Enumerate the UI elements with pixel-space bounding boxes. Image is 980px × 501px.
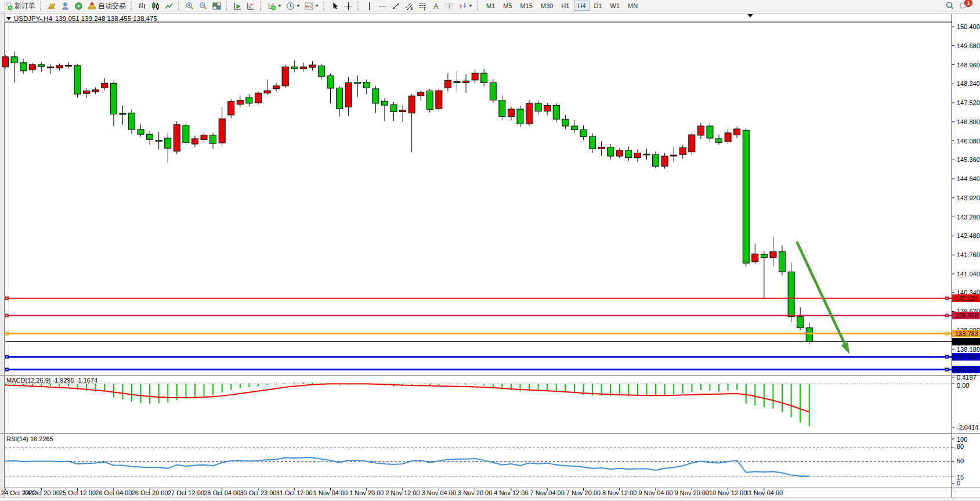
dropdown-caret-icon — [278, 5, 281, 7]
price-tick-label: 141.760 — [957, 251, 980, 258]
arrows-button[interactable] — [457, 0, 474, 12]
toolbar: 新订单自动交易EFATM1M5M15M30H1H4D1W1MN1 — [0, 0, 980, 12]
candle-body — [679, 147, 686, 154]
channel-button[interactable]: E — [403, 0, 415, 12]
time-tick-label: 8 Nov 12:00 — [602, 489, 637, 496]
time-tick-label: 7 Nov 20:00 — [566, 489, 601, 496]
macd-scale-zero: 0.00 — [957, 382, 969, 389]
time-tick-label: 3 Nov 04:00 — [422, 489, 456, 496]
timeframe-h4-button[interactable]: H4 — [574, 1, 589, 11]
hline-button[interactable] — [377, 0, 389, 12]
price-tick-label: 141.040 — [957, 271, 980, 277]
tile-windows-button[interactable] — [211, 0, 223, 12]
candle-body — [436, 91, 442, 109]
time-tick-label: 31 Oct 12:00 — [276, 489, 313, 496]
label-button[interactable]: T — [443, 0, 455, 12]
market-watch-button[interactable] — [46, 0, 58, 12]
zoom-in-button[interactable] — [184, 0, 196, 12]
svg-text:T: T — [448, 3, 451, 9]
macd-histogram-bar — [104, 384, 105, 391]
macd-histogram-bar — [628, 384, 629, 396]
candle-body — [734, 129, 740, 135]
text-button[interactable]: A — [430, 0, 442, 12]
macd-histogram-bar — [149, 384, 150, 403]
candle-body — [309, 65, 316, 67]
fibonacci-button[interactable]: F — [417, 0, 429, 12]
macd-histogram-bar — [41, 384, 42, 386]
collapse-triangle-icon[interactable] — [6, 17, 11, 20]
macd-histogram-bar — [483, 384, 484, 385]
macd-histogram-bar — [673, 384, 674, 394]
candle-body — [517, 109, 523, 124]
price-tick-label: 145.360 — [957, 156, 980, 163]
time-tick-label: 27 Oct 12:00 — [168, 489, 204, 496]
candle-body — [282, 67, 288, 86]
signals-button[interactable] — [73, 0, 85, 12]
macd-histogram-bar — [764, 384, 765, 407]
vline-button[interactable] — [363, 0, 375, 12]
trendline-button[interactable] — [390, 0, 402, 12]
candle-body — [643, 154, 650, 155]
zoom-out-button[interactable] — [197, 0, 209, 12]
timeframe-m15-button[interactable]: M15 — [517, 1, 536, 11]
candle-body — [38, 64, 45, 66]
chart-area: 150.400149.680148.960148.240147.520146.8… — [0, 0, 980, 501]
macd-histogram-bar — [772, 384, 773, 408]
timeframe-d1-button[interactable]: D1 — [591, 1, 606, 11]
candle-body — [191, 139, 198, 144]
time-tick-label: 9 Nov 20:00 — [675, 489, 709, 496]
bar-chart-button[interactable] — [136, 0, 149, 12]
autotrading-button[interactable]: 自动交易 — [86, 0, 128, 12]
chart-shift-button[interactable] — [245, 0, 257, 12]
timeframe-m5-button[interactable]: M5 — [500, 1, 515, 11]
cursor-button[interactable] — [329, 0, 341, 12]
candle-body — [156, 140, 162, 142]
candle-body — [147, 134, 153, 139]
time-tick-label: 24 Oct 20:00 — [23, 489, 60, 496]
vline-icon — [365, 2, 374, 10]
timeframe-m30-button[interactable]: M30 — [537, 1, 556, 11]
candle-chart-button[interactable] — [150, 0, 162, 12]
rsi-scale-label: 50 — [957, 457, 964, 464]
macd-histogram-bar — [809, 384, 810, 426]
macd-name: MACD(12,26,9) — [6, 377, 50, 384]
candle-body — [580, 129, 587, 136]
timeframe-mn-button[interactable]: MN — [624, 1, 641, 11]
macd-histogram-bar — [32, 384, 33, 386]
time-tick-label: 1 Nov 04:00 — [313, 489, 348, 496]
time-tick-label: 26 Oct 04:00 — [95, 489, 132, 496]
macd-histogram-bar — [700, 384, 701, 390]
macd-histogram-bar — [529, 384, 530, 390]
templates-button[interactable] — [303, 0, 320, 12]
level-price-label: 137.902 — [955, 354, 978, 361]
crosshair-button[interactable] — [342, 0, 355, 12]
new-order-button[interactable]: 新订单 — [2, 0, 37, 12]
timeframe-w1-button[interactable]: W1 — [607, 1, 624, 11]
macd-histogram-bar — [294, 383, 295, 384]
candle-body — [128, 113, 135, 129]
candle-body — [183, 125, 189, 143]
line-chart-button[interactable] — [163, 0, 175, 12]
chat-button[interactable]: 1 — [957, 0, 974, 12]
candle-body — [426, 91, 433, 110]
auto-scroll-button[interactable] — [232, 0, 244, 12]
chart-plus-icon — [267, 2, 276, 10]
chat-badge: 1 — [964, 0, 972, 7]
signal-icon — [74, 2, 83, 10]
macd-histogram-bar — [646, 384, 647, 395]
price-tick-label: 149.680 — [957, 42, 980, 49]
macd-histogram-bar — [664, 384, 666, 395]
candle-body — [553, 106, 559, 120]
new-chart-button[interactable] — [266, 0, 283, 12]
candle-body — [29, 64, 35, 70]
profile-button[interactable] — [59, 0, 71, 12]
periods-button[interactable] — [284, 0, 302, 12]
search-button[interactable] — [943, 0, 956, 12]
timeframe-m1-button[interactable]: M1 — [483, 1, 498, 11]
candle-body — [345, 82, 352, 107]
macd-histogram-bar — [68, 384, 69, 386]
macd-histogram-bar — [457, 384, 458, 384]
candle-body — [590, 136, 596, 149]
rsi-name: RSI(14) — [6, 435, 28, 442]
timeframe-h1-button[interactable]: H1 — [558, 1, 573, 11]
